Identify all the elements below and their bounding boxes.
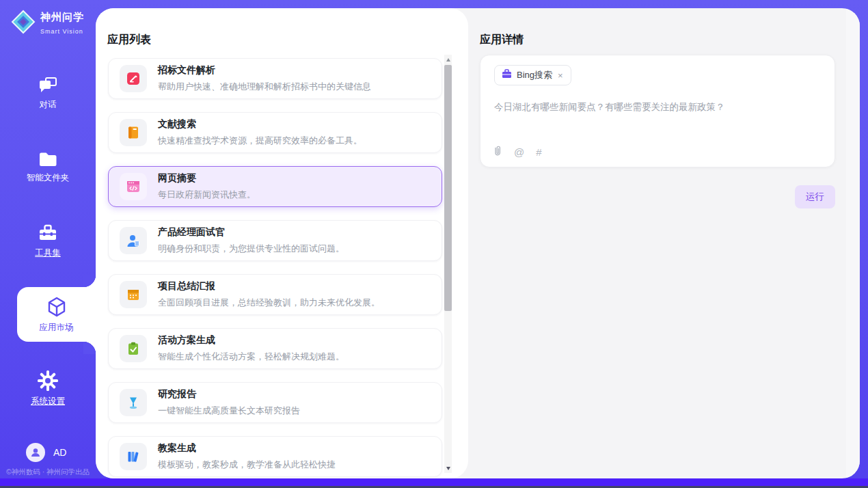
app-desc: 每日政府新闻资讯快查。 [158,189,256,201]
sidebar-item-chat[interactable]: 对话 [0,77,96,111]
app-name: 研究报告 [158,388,300,401]
paperclip-icon[interactable] [493,145,502,159]
app-detail-panel: 应用详情 Bing搜索 × 今日湖北有哪些新闻要点？有哪些需要关注的最新政策？ [468,8,860,478]
ink-pen-icon [120,389,147,416]
app-card-project-summary[interactable]: 项目总结汇报 全面回顾项目进展，总结经验教训，助力未来优化发展。 [108,274,442,315]
books-icon [120,443,147,470]
hash-icon[interactable]: # [536,146,541,158]
scroll-down-arrow-icon[interactable] [444,463,452,473]
interviewer-icon [120,227,147,254]
sidebar-item-settings[interactable]: 系统设置 [0,370,96,407]
sidebar-item-label: 智能文件夹 [0,172,96,184]
app-window: 神州问学 Smart Vision 对话 智能文件夹 [0,0,868,488]
avatar [26,443,45,462]
app-desc: 模板驱动，教案秒成，教学准备从此轻松快捷 [158,459,336,471]
app-name: 网页摘要 [158,172,256,185]
cube-icon [17,287,96,318]
webpage-icon [120,173,147,200]
sidebar-item-label: 对话 [0,99,96,111]
calendar-icon [120,281,147,308]
mention-at-icon[interactable]: @ [514,146,524,158]
app-list: 招标文件解析 帮助用户快速、准确地理解和解析招标书中的关键信息 文献搜索 [108,58,442,478]
main-content: 应用列表 招标文件解析 帮助用户快速、准确地理解和解析招标书中的关键信息 [96,8,860,478]
folder-icon [0,150,96,167]
briefcase-icon [502,69,512,81]
app-desc: 帮助用户快速、准确地理解和解析招标书中的关键信息 [158,81,371,93]
brand-subtitle: Smart Vision [40,28,83,35]
sidebar-item-app-market[interactable]: 应用市场 [17,287,96,342]
copyright-text: ©神州数码 · 神州问学出品 [6,467,96,477]
sidebar-item-smart-folders[interactable]: 智能文件夹 [0,150,96,184]
chat-icon [0,77,96,94]
app-name: 教案生成 [158,442,336,455]
scroll-up-arrow-icon[interactable] [444,55,452,64]
app-card-research-report[interactable]: 研究报告 一键智能生成高质量长文本研究报告 [108,382,442,423]
detail-scroll-gutter [846,8,860,478]
app-card-bid-parsing[interactable]: 招标文件解析 帮助用户快速、准确地理解和解析招标书中的关键信息 [108,58,442,99]
brand-name: 神州问学 [40,11,84,23]
app-detail-title: 应用详情 [480,33,524,47]
diamond-logo-icon [11,10,36,37]
tab-curve-bottom [83,342,96,354]
sidebar-item-label: 系统设置 [0,396,96,407]
app-list-title: 应用列表 [107,33,151,47]
app-desc: 明确身份和职责，为您提供专业性的面试问题。 [158,243,344,255]
book-icon [120,119,147,146]
scrollbar-thumb[interactable] [444,65,452,311]
app-desc: 一键智能生成高质量长文本研究报告 [158,405,300,417]
attachment-toolbar: @ # [493,145,542,159]
user-initials: AD [53,447,66,458]
app-name: 产品经理面试官 [158,226,344,239]
app-name: 招标文件解析 [158,64,371,77]
query-text[interactable]: 今日湖北有哪些新闻要点？有哪些需要关注的最新政策？ [494,100,821,114]
user-account[interactable]: AD [26,443,66,462]
app-card-lesson-plan[interactable]: 教案生成 模板驱动，教案秒成，教学准备从此轻松快捷 [108,436,442,477]
brand-logo: 神州问学 Smart Vision [11,10,96,37]
chip-close-icon[interactable]: × [557,71,564,80]
app-list-panel: 应用列表 招标文件解析 帮助用户快速、准确地理解和解析招标书中的关键信息 [96,8,468,478]
sidebar-item-toolset[interactable]: 工具集 [0,224,96,259]
app-desc: 智能生成个性化活动方案，轻松解决规划难题。 [158,351,344,363]
clipboard-check-icon [120,335,147,362]
app-card-web-summary[interactable]: 网页摘要 每日政府新闻资讯快查。 [108,166,442,207]
app-name: 活动方案生成 [158,334,344,347]
app-name: 文献搜索 [158,118,362,131]
toolbox-icon [0,224,96,243]
run-button[interactable]: 运行 [795,185,835,208]
app-desc: 快速精准查找学术资源，提高研究效率的必备工具。 [158,135,362,147]
app-list-scrollbar [444,55,452,473]
sidebar-item-label: 应用市场 [17,322,96,334]
bottom-accent-strip [0,478,868,486]
app-desc: 全面回顾项目进展，总结经验教训，助力未来优化发展。 [158,297,380,309]
app-card-pm-interviewer[interactable]: 产品经理面试官 明确身份和职责，为您提供专业性的面试问题。 [108,220,442,261]
prompt-card: Bing搜索 × 今日湖北有哪些新闻要点？有哪些需要关注的最新政策？ @ # [480,55,835,167]
tool-chip-bing-search[interactable]: Bing搜索 × [494,65,571,85]
app-card-activity-plan[interactable]: 活动方案生成 智能生成个性化活动方案，轻松解决规划难题。 [108,328,442,369]
sidebar-item-label: 工具集 [0,247,96,259]
bid-document-icon [120,65,147,92]
app-name: 项目总结汇报 [158,280,380,293]
app-card-literature-search[interactable]: 文献搜索 快速精准查找学术资源，提高研究效率的必备工具。 [108,112,442,153]
tab-curve-top [83,275,96,287]
gear-icon [0,370,96,391]
sidebar: 神州问学 Smart Vision 对话 智能文件夹 [0,0,96,478]
tool-chip-label: Bing搜索 [517,69,552,81]
